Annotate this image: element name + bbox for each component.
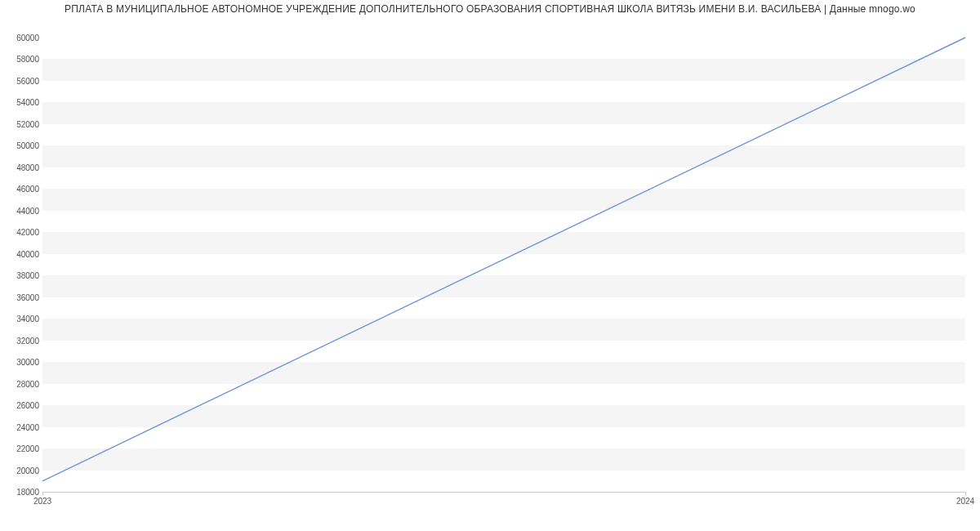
y-tick-label: 22000 (3, 444, 39, 453)
y-tick-label: 30000 (3, 358, 39, 367)
series-line (42, 38, 965, 481)
y-tick-label: 36000 (3, 292, 39, 301)
y-tick-label: 44000 (3, 206, 39, 215)
y-tick-label: 60000 (3, 33, 39, 42)
y-tick-label: 52000 (3, 119, 39, 128)
plot-area (42, 38, 965, 493)
y-tick-label: 58000 (3, 55, 39, 64)
y-tick-label: 18000 (3, 488, 39, 497)
chart-container: 1800020000220002400026000280003000032000… (0, 15, 980, 521)
y-tick-label: 40000 (3, 249, 39, 258)
chart-title: РПЛАТА В МУНИЦИПАЛЬНОЕ АВТОНОМНОЕ УЧРЕЖД… (0, 0, 980, 15)
line-layer (42, 38, 965, 492)
y-tick-label: 48000 (3, 163, 39, 172)
x-tick-mark (965, 492, 966, 496)
y-tick-label: 28000 (3, 379, 39, 388)
x-tick-label: 2024 (956, 497, 974, 506)
y-tick-label: 32000 (3, 336, 39, 345)
y-tick-label: 38000 (3, 271, 39, 280)
y-tick-label: 34000 (3, 315, 39, 324)
y-tick-label: 24000 (3, 422, 39, 431)
y-tick-label: 42000 (3, 228, 39, 237)
x-tick-label: 2023 (33, 497, 51, 506)
y-tick-label: 56000 (3, 76, 39, 85)
y-tick-label: 54000 (3, 98, 39, 107)
y-tick-label: 50000 (3, 141, 39, 150)
x-tick-mark (42, 492, 43, 496)
y-tick-label: 26000 (3, 401, 39, 410)
y-tick-label: 46000 (3, 185, 39, 194)
y-tick-label: 20000 (3, 466, 39, 475)
